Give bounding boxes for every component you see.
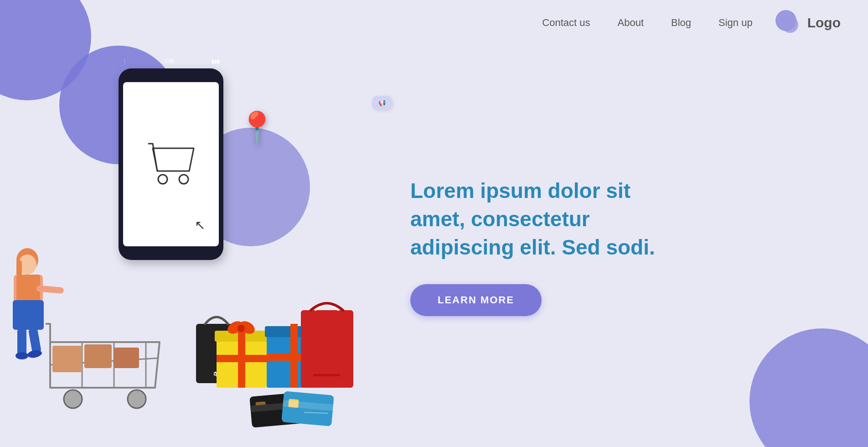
phone-screen: ↖ bbox=[123, 82, 219, 246]
svg-rect-21 bbox=[114, 348, 139, 368]
svg-rect-27 bbox=[217, 355, 267, 362]
bags-gifts-svg: 🛍 bbox=[191, 274, 356, 429]
location-pin: 📍 bbox=[237, 109, 277, 147]
nav-blog[interactable]: Blog bbox=[671, 17, 691, 29]
phone-status-bar: ⋮ 2:00 ▮▮▮ bbox=[119, 58, 223, 64]
right-content: Lorem ipsum dolor sit amet, consectetur … bbox=[374, 177, 868, 316]
megaphone-icon: 📢 bbox=[378, 99, 386, 106]
svg-rect-19 bbox=[52, 346, 82, 372]
shopping-cart bbox=[36, 319, 173, 420]
logo-icon bbox=[775, 10, 801, 36]
svg-rect-20 bbox=[84, 344, 112, 368]
svg-rect-9 bbox=[17, 329, 26, 354]
logo-area[interactable]: Logo bbox=[775, 10, 841, 36]
nav-sign-up[interactable]: Sign up bbox=[718, 17, 753, 29]
svg-rect-4 bbox=[16, 260, 22, 276]
learn-more-button[interactable]: LEARN MORE bbox=[410, 284, 542, 316]
svg-point-11 bbox=[16, 352, 28, 359]
nav-contact-us[interactable]: Contact us bbox=[542, 17, 590, 29]
svg-point-17 bbox=[64, 390, 82, 408]
header: Contact us About Blog Sign up Logo bbox=[0, 0, 868, 46]
phone-signal: ▮▮▮ bbox=[212, 58, 220, 64]
shopping-scene bbox=[0, 237, 201, 429]
cursor-icon: ↖ bbox=[195, 218, 205, 233]
main-content: ⋮ 2:00 ▮▮▮ ↖ bbox=[0, 46, 868, 447]
hero-heading: Lorem ipsum dolor sit amet, consectetur … bbox=[410, 177, 684, 261]
nav-about[interactable]: About bbox=[618, 17, 644, 29]
svg-point-30 bbox=[238, 325, 245, 332]
logo-text: Logo bbox=[807, 15, 841, 31]
svg-point-0 bbox=[158, 175, 167, 184]
svg-point-18 bbox=[128, 390, 146, 408]
cart-screen-svg bbox=[144, 139, 198, 189]
svg-point-1 bbox=[179, 175, 188, 184]
phone-share-icon: ⋮ bbox=[122, 58, 127, 64]
logo-circle-secondary bbox=[782, 16, 798, 33]
svg-rect-36 bbox=[313, 374, 341, 376]
phone-time: 2:00 bbox=[165, 58, 174, 64]
illustration-area: ⋮ 2:00 ▮▮▮ ↖ bbox=[0, 46, 374, 447]
phone-illustration: ⋮ 2:00 ▮▮▮ ↖ bbox=[119, 68, 223, 260]
notification-badge: 📢 bbox=[372, 96, 392, 110]
bags-gifts-area: 🛍 bbox=[191, 274, 346, 420]
nav: Contact us About Blog Sign up bbox=[542, 17, 752, 29]
